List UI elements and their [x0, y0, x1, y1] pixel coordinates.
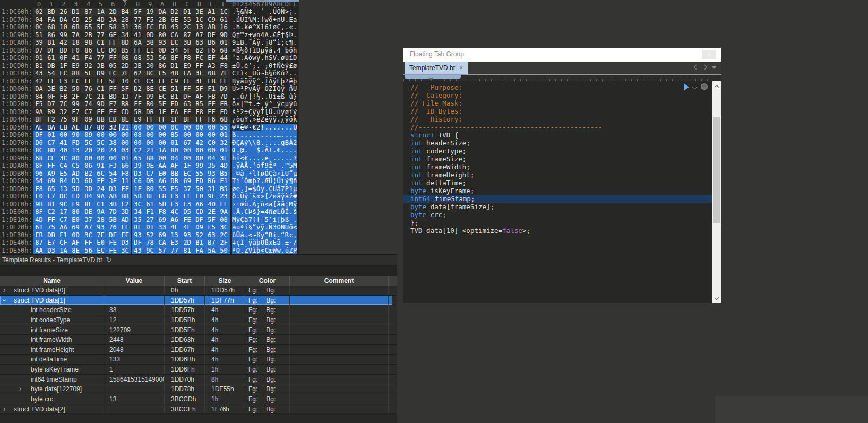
hex-byte[interactable]: 34 — [132, 208, 144, 216]
hex-byte[interactable]: B2 — [57, 85, 70, 93]
table-row[interactable]: ›struct TVD data[0]0h1DD57hFg:Bg: — [0, 286, 397, 296]
table-row[interactable]: int codecType121DD5Bh4hFg:Bg: — [0, 315, 397, 325]
hex-byte[interactable]: D3 — [70, 177, 82, 185]
hex-byte[interactable]: EC — [168, 39, 181, 47]
hex-byte[interactable]: 21 — [119, 124, 131, 132]
bg-color-label[interactable]: Bg: — [266, 336, 276, 343]
bg-color-label[interactable]: Bg: — [266, 356, 276, 363]
hex-byte[interactable]: 8E — [144, 85, 156, 93]
hex-byte[interactable]: 00 — [119, 139, 131, 147]
hex-byte[interactable]: 61 — [45, 54, 57, 62]
hex-byte[interactable]: FF — [45, 77, 57, 85]
hex-row[interactable]: 1:DE10h:4DFFC7E037285BAD352769A6FEDF5F08… — [0, 216, 299, 224]
column-header-value[interactable]: Value — [104, 276, 165, 286]
bg-color-label[interactable]: Bg: — [266, 395, 276, 403]
hex-byte[interactable]: FF — [193, 116, 205, 124]
hex-byte[interactable]: 00 — [205, 131, 218, 139]
hex-row[interactable]: 1:DE50h:AAD31A8E56ECFE3C439C577781FA5A50… — [0, 247, 299, 255]
hex-byte[interactable]: 24 — [94, 185, 107, 193]
hex-byte[interactable]: 7D — [218, 93, 230, 101]
hex-byte[interactable]: 40 — [57, 146, 70, 154]
hex-byte[interactable]: 65 — [132, 154, 144, 162]
hex-byte[interactable]: 53 — [144, 54, 156, 62]
hex-byte[interactable]: 39 — [33, 39, 45, 47]
hex-byte[interactable]: 34 — [119, 31, 131, 39]
hex-row[interactable]: 1:DE00h:8FC21780DE9A7D3D34F1F84CD5CD2E9A… — [0, 208, 299, 216]
hex-byte[interactable]: 00 — [132, 124, 144, 132]
hex-byte[interactable]: 00 — [94, 131, 107, 139]
hex-byte[interactable]: 5F — [193, 85, 205, 93]
hex-byte[interactable]: 9E — [205, 193, 218, 201]
hex-byte[interactable]: 65 — [45, 185, 57, 193]
hex-byte[interactable]: F6 — [205, 47, 218, 55]
hex-byte[interactable]: 80 — [70, 208, 82, 216]
hex-byte[interactable]: AE — [33, 124, 45, 132]
hex-byte[interactable]: 5F — [82, 70, 94, 77]
ascii-text[interactable]: ‘a.Aôwÿ.hSV.øüïD — [232, 54, 297, 62]
hex-byte[interactable]: 13 — [57, 185, 70, 193]
hex-byte[interactable]: C1 — [94, 201, 107, 209]
hex-byte[interactable]: FC — [107, 70, 119, 77]
hex-byte[interactable]: 8E — [144, 193, 156, 201]
hex-row[interactable]: 1:DE20h:6175AA69A79376FF8FD1334F4ED9F53C… — [0, 223, 299, 231]
hex-byte[interactable]: FA — [168, 108, 181, 116]
hex-byte[interactable]: B6 — [205, 39, 218, 47]
hex-byte[interactable]: DA — [57, 16, 70, 24]
hex-byte[interactable]: 16 — [218, 23, 230, 31]
hex-byte[interactable]: C7 — [144, 170, 156, 178]
hex-byte[interactable]: FE — [94, 177, 107, 185]
hex-byte[interactable]: 92 — [82, 62, 94, 70]
hex-byte[interactable]: 54 — [33, 177, 45, 185]
hex-byte[interactable]: FF — [218, 201, 230, 209]
bg-color-label[interactable]: Bg: — [266, 366, 276, 373]
hex-byte[interactable]: 68 — [45, 23, 57, 31]
hex-byte[interactable]: D9 — [144, 93, 156, 101]
tab-scroll-left-icon[interactable] — [694, 65, 699, 70]
hex-byte[interactable]: 93 — [181, 231, 193, 239]
hex-byte[interactable]: 55 — [218, 124, 230, 132]
hex-byte[interactable]: 52 — [193, 231, 205, 239]
hex-byte[interactable]: DB — [45, 62, 57, 70]
hex-row[interactable]: 1:DC80h:0C68106B655E583136ECF8432C13AB16… — [0, 23, 299, 31]
hex-byte[interactable]: 54 — [45, 70, 57, 77]
hex-row[interactable]: 1:DC70h:04FADACD254D3A2877F52B6E551CC961… — [0, 16, 299, 24]
hex-byte[interactable]: 93 — [94, 223, 107, 231]
hex-byte[interactable]: 00 — [181, 131, 193, 139]
ascii-text[interactable]: ®ºë®·€2!.......U — [232, 124, 297, 132]
hex-byte[interactable]: D3 — [45, 247, 57, 255]
hex-byte[interactable]: 17 — [57, 208, 70, 216]
hex-byte[interactable]: 80 — [70, 154, 82, 162]
table-row[interactable]: int headerSize331DD57h4hFg:Bg: — [0, 305, 397, 315]
ascii-text[interactable]: Ti´Ómþ?.ÆÛ¦Ûiý¶ñ — [232, 177, 297, 185]
hex-byte[interactable]: 7F — [132, 93, 144, 101]
ascii-text[interactable]: ›±œù.Á;ò<a[ãã¦Mÿ — [232, 201, 297, 209]
hex-byte[interactable]: 00 — [144, 131, 156, 139]
hex-byte[interactable]: B5 — [119, 47, 131, 55]
hex-byte[interactable]: 57 — [156, 247, 168, 255]
code-line[interactable]: int frameWidth; — [403, 163, 721, 171]
hex-byte[interactable]: 7D — [107, 208, 119, 216]
hex-byte[interactable]: D0 — [107, 47, 119, 55]
hex-byte[interactable]: 43 — [132, 247, 144, 255]
hex-byte[interactable]: 8F — [33, 162, 45, 170]
hex-byte[interactable]: 62 — [132, 70, 144, 77]
hex-byte[interactable]: FE — [181, 77, 193, 85]
hex-byte[interactable]: 00 — [132, 139, 144, 147]
hex-byte[interactable]: 00 — [205, 146, 218, 154]
hex-byte[interactable]: FA — [193, 247, 205, 255]
hex-byte[interactable]: EB — [57, 124, 70, 132]
hex-byte[interactable]: 43 — [168, 23, 181, 31]
hex-byte[interactable]: FF — [94, 77, 107, 85]
hex-byte[interactable]: 10 — [119, 77, 131, 85]
hex-byte[interactable]: DE — [205, 31, 218, 39]
hex-byte[interactable]: 4B — [168, 70, 181, 77]
ascii-text[interactable]: ð÷Üý´š«»[Žøãÿàž# — [232, 193, 297, 201]
hex-byte[interactable]: FA — [45, 16, 57, 24]
hex-byte[interactable]: 00 — [181, 146, 193, 154]
hex-byte[interactable]: 5A — [205, 247, 218, 255]
hex-byte[interactable]: 08 — [132, 131, 144, 139]
hex-byte[interactable]: FF — [181, 108, 193, 116]
hex-rows[interactable]: 1:DC60h:02BD26D1871A2DB45F19DAD2D13EA11C… — [0, 8, 299, 254]
column-header-color[interactable]: Color — [245, 276, 290, 286]
hex-byte[interactable]: 18 — [70, 39, 82, 47]
